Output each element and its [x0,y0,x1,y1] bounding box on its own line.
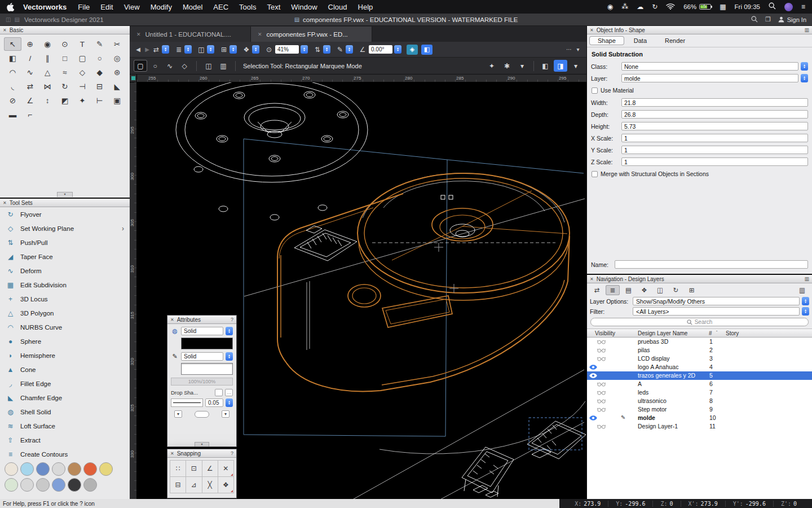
toolset-item-push-pull[interactable]: ⇅Push/Pull [0,235,130,249]
name-field[interactable] [615,260,808,269]
palette-menu-icon[interactable]: ▥ [804,27,809,33]
visibility-cell[interactable] [587,405,636,414]
zoom-control[interactable]: ⊙ 41% [264,45,308,54]
menu-edit[interactable]: Edit [100,3,113,11]
class-options-control-popup[interactable] [252,45,259,54]
drop-shadow-options[interactable]: … [225,389,233,396]
toolset-icon-clay[interactable] [99,462,113,476]
tab-componentes-fp[interactable]: ✕ componentes FP.vwx - ED... [251,27,372,42]
hidden-glasses-icon[interactable] [597,340,606,344]
tool-trim[interactable]: ⊣ [73,80,91,93]
tool-rotate[interactable]: ↻ [56,80,74,93]
sync-icon[interactable]: ↻ [652,3,657,11]
layer-options-select[interactable]: Show/Snap/Modify Others [633,297,800,305]
visibility-cell[interactable] [587,363,636,371]
tool-split[interactable]: ✂ [108,37,126,51]
x-scale-field[interactable]: 1 [621,134,808,142]
fill-style-select[interactable]: Solid [181,327,223,335]
menu-view[interactable]: View [124,3,140,11]
visibility-cell[interactable] [587,388,636,397]
layer-view-control[interactable]: ≣ [174,45,192,54]
width-field[interactable]: 21.8 [621,98,808,107]
tool-zoom[interactable]: ⊙ [56,37,74,51]
merge-structural-checkbox[interactable] [592,171,598,177]
cloud-icon[interactable]: ☁ [637,3,643,11]
window-icon-2[interactable]: ▤ [14,16,19,23]
design-layers-icon[interactable]: ≣ [606,285,620,295]
hidden-glasses-icon[interactable] [597,399,606,404]
pen-color-swatch[interactable] [181,363,233,375]
apple-menu-icon[interactable] [7,3,14,11]
layer-row-trazos-generales-y-2d[interactable]: trazos generales y 2D5 [587,371,812,380]
visibility-cell[interactable]: ✎ [587,414,636,422]
zoom-field[interactable]: 41% [275,45,299,54]
tool-tape-measure[interactable]: ⊢ [91,94,108,107]
viewports-icon[interactable]: ◫ [653,285,667,295]
toolset-item-cone[interactable]: ▲Cone [0,362,130,376]
toolset-icon-plant[interactable] [5,478,18,492]
line-weight-preview[interactable] [171,398,203,407]
references-icon[interactable]: ⊞ [685,285,699,295]
filter-popup[interactable] [802,307,809,316]
tool-protractor[interactable]: ∠ [21,94,39,107]
snap-to-distance[interactable]: ⊟ [170,477,186,493]
toolset-item-loft-surface[interactable]: ≋Loft Surface [0,419,130,433]
palette-menu-icon[interactable]: ▥ [804,276,809,282]
tool-drill[interactable]: ⊘ [4,94,21,107]
snap-to-intersection[interactable]: ╳ [202,477,218,493]
plane-mode-control-popup[interactable] [207,45,214,54]
control-center-icon[interactable]: ≡ [801,3,805,11]
layer-row-pilas[interactable]: pilas2 [587,346,812,354]
grid-control[interactable]: ⊞ [219,45,237,54]
tool-rectangle[interactable]: □ [56,51,74,65]
sheet-layers-icon[interactable]: ▤ [621,285,636,295]
toolset-item-3d-polygon[interactable]: △3D Polygon [0,306,130,320]
hidden-glasses-icon[interactable] [597,424,606,429]
visibility-cell[interactable] [587,422,636,431]
attr-resource-button[interactable] [195,411,209,418]
toolset-item-nurbs-curve[interactable]: ◠NURBS Curve [0,320,130,334]
tool-attribute-mapping[interactable]: ◩ [56,94,74,107]
snap-loci[interactable]: ❖ [218,477,233,493]
attr-next-button[interactable]: ▾ [222,410,230,418]
fill-style-popup[interactable] [226,327,233,335]
visibility-cell[interactable] [587,354,636,363]
display-icon[interactable]: ▦ [720,3,726,11]
layer-popup[interactable] [801,74,808,82]
sign-in-button[interactable]: Sign In [778,16,806,23]
toolset-icon-droplet[interactable] [20,462,34,476]
battery-indicator[interactable]: 66% ϟ [683,3,711,10]
tab-render[interactable]: Render [656,36,694,45]
tool-oval[interactable]: ○ [91,51,108,65]
tool-triangle[interactable]: △ [39,65,56,79]
tool-preferences-gear[interactable]: ✱ [500,60,514,72]
hidden-glasses-icon[interactable] [597,357,606,361]
tool-selection[interactable]: ↖ [4,37,21,51]
smart-points[interactable]: ✕ [218,461,233,476]
height-field[interactable]: 5.73 [621,122,808,130]
layer-row-leds[interactable]: leds7 [587,388,812,397]
col-visibility[interactable]: Visibility [595,330,615,336]
depth-field[interactable]: 26.8 [621,110,808,119]
menu-text[interactable]: Text [267,3,280,11]
snap-to-object[interactable]: ⊡ [186,461,201,476]
toolset-icon-sphere[interactable] [36,462,50,476]
menu-aec[interactable]: AEC [213,3,228,11]
toolset-icon-flame[interactable] [83,462,97,476]
hidden-glasses-icon[interactable] [597,391,606,395]
layer-view-control-popup[interactable] [184,45,192,54]
ruler-origin-box[interactable] [130,75,137,82]
menu-window[interactable]: Window [291,3,317,11]
tool-freehand[interactable]: ∿ [21,65,39,79]
tool-chamfer[interactable]: ◣ [108,80,126,93]
tool-eyedropper[interactable]: ✦ [73,94,91,107]
line-weight-popup[interactable] [226,398,233,407]
view-preset-button[interactable]: ◧ [421,45,433,55]
titlebar-search-icon[interactable] [751,16,758,24]
tab-shape[interactable]: Shape [589,36,624,45]
classes-icon[interactable]: ❖ [637,285,651,295]
layer-row-ultrasonico[interactable]: ultrasonico8 [587,397,812,405]
toolset-item-set-working-plane[interactable]: ◇Set Working Plane› [0,221,130,235]
grid-control-popup[interactable] [230,45,237,54]
tool-mirror[interactable]: ⋈ [39,80,56,93]
